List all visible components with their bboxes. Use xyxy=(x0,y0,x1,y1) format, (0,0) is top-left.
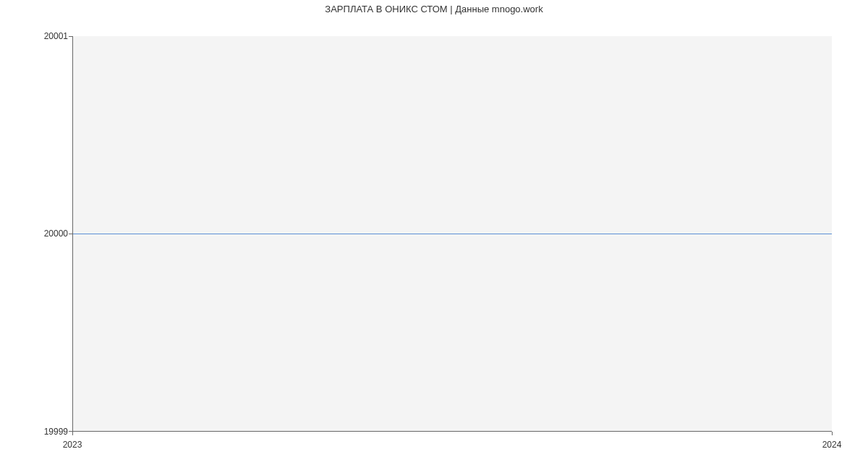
y-tick-label: 19999 xyxy=(44,427,68,437)
y-tick-mark xyxy=(69,234,72,234)
plot-area xyxy=(72,36,832,432)
x-tick-mark xyxy=(72,432,73,435)
x-tick-label: 2023 xyxy=(63,440,82,450)
data-series-line xyxy=(73,234,832,234)
x-tick-mark xyxy=(832,432,833,435)
chart-title: ЗАРПЛАТА В ОНИКС СТОМ | Данные mnogo.wor… xyxy=(0,4,868,14)
y-tick-label: 20001 xyxy=(44,31,68,41)
y-tick-label: 20000 xyxy=(44,228,68,239)
x-tick-label: 2024 xyxy=(822,440,842,450)
y-tick-mark xyxy=(69,36,72,37)
